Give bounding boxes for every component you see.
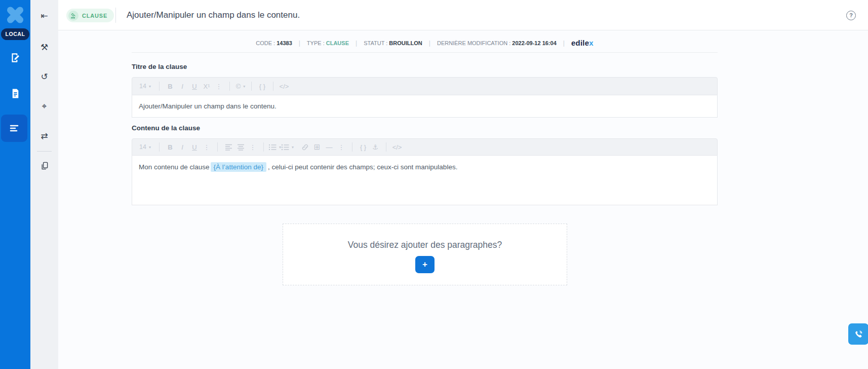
sidebar-divider — [37, 151, 52, 152]
chevron-down-icon: ▾ — [149, 84, 151, 89]
ordered-list-select[interactable]: ▾ — [268, 144, 281, 151]
history-icon[interactable]: ↺ — [30, 69, 58, 84]
meta-code-label: CODE : — [256, 40, 275, 46]
edit-document-icon — [10, 52, 21, 63]
more-formatting-icon[interactable]: ⋮ — [201, 143, 213, 151]
help-icon[interactable]: ? — [846, 11, 856, 20]
add-paragraphs-panel: Vous désirez ajouter des paragraphes? + — [283, 224, 567, 285]
stamp-icon — [68, 11, 78, 21]
document-icon — [10, 88, 21, 99]
meta-type-label: TYPE : — [307, 40, 325, 46]
sidebar-item-redaction[interactable] — [0, 48, 30, 68]
clause-type-badge: CLAUSE — [66, 9, 114, 22]
add-paragraphs-question: Vous désirez ajouter des paragraphes? — [283, 240, 567, 250]
anchor-button[interactable]: ⚓ — [369, 143, 381, 151]
content-editor[interactable]: Mon contenu de clause{À l’attention de},… — [132, 156, 718, 205]
source-code-button[interactable]: </> — [278, 83, 290, 90]
content-section-label: Contenu de la clause — [132, 124, 200, 132]
meta-separator: | — [563, 40, 565, 47]
meta-status-value: BROUILLON — [389, 40, 422, 46]
phone-icon — [854, 329, 863, 339]
meta-divider — [132, 52, 718, 53]
meta-type-value: CLAUSE — [326, 40, 349, 46]
collapse-sidebar-icon[interactable]: ⇤ — [30, 8, 58, 23]
title-editor-toolbar: 14▾ B I U X¹ ⋮ ©▾ { } </> — [132, 77, 718, 95]
meta-separator: | — [356, 40, 357, 47]
table-button[interactable]: ⊞ — [311, 142, 323, 152]
copy-icon[interactable] — [30, 158, 58, 173]
chevron-down-icon: ▾ — [149, 145, 151, 150]
primary-sidebar: LOCAL — [0, 0, 30, 369]
chevron-down-icon: ▾ — [292, 145, 294, 150]
underline-button[interactable]: U — [188, 143, 201, 151]
italic-button[interactable]: I — [176, 83, 188, 90]
secondary-sidebar: ⇤ ⚒ ↺ ⌖ ⇄ — [30, 0, 58, 369]
chevron-down-icon: ▾ — [243, 84, 245, 89]
title-input[interactable]: Ajouter/Manipuler un champ dans le conte… — [132, 95, 718, 118]
align-center-button[interactable] — [234, 144, 247, 151]
content-text-after: , celui-ci peut contenir des champs; ceu… — [268, 163, 457, 171]
link-button[interactable] — [299, 143, 311, 151]
font-size-select[interactable]: 14▾ — [139, 143, 154, 151]
clause-badge-label: CLAUSE — [82, 13, 107, 19]
repeat-icon[interactable]: ⇄ — [30, 128, 58, 143]
meta-code-value: 14383 — [277, 40, 292, 46]
underline-button[interactable]: U — [188, 83, 201, 90]
more-insert-icon[interactable]: ⋮ — [335, 143, 347, 151]
font-size-select[interactable]: 14▾ — [139, 83, 154, 90]
clause-list-icon — [9, 123, 19, 133]
insert-field-button[interactable]: { } — [357, 143, 369, 151]
meta-separator: | — [429, 40, 430, 47]
header-divider — [115, 8, 116, 23]
meta-modified-label: DERNIÈRE MODIFICATION : — [437, 40, 510, 46]
phone-support-button[interactable] — [847, 322, 868, 346]
meta-separator: | — [299, 40, 300, 47]
meta-status-label: STATUT : — [364, 40, 387, 46]
insert-field-button[interactable]: { } — [256, 83, 268, 90]
more-formatting-icon[interactable]: ⋮ — [213, 83, 225, 90]
title-section-label: Titre de la clause — [132, 63, 187, 70]
superscript-button[interactable]: X¹ — [201, 83, 213, 90]
italic-button[interactable]: I — [176, 143, 188, 151]
clause-meta-bar: CODE : 14383 | TYPE : CLAUSE | STATUT : … — [132, 39, 718, 47]
special-character-select[interactable]: ©▾ — [234, 83, 247, 90]
content-text-before: Mon contenu de clause — [139, 163, 210, 171]
target-icon[interactable]: ⌖ — [30, 99, 58, 114]
horizontal-rule-button[interactable]: — — [323, 143, 335, 151]
content-editor-toolbar: 14▾ B I U ⋮ ⋮ ▾ ▾ ⊞ — ⋮ { } ⚓ — [132, 138, 718, 156]
tools-icon[interactable]: ⚒ — [30, 40, 58, 55]
meta-modified-value: 2022-09-12 16:04 — [512, 40, 556, 46]
add-paragraph-button[interactable]: + — [415, 256, 435, 273]
unordered-list-select[interactable]: ▾ — [281, 144, 294, 151]
sidebar-item-clauses[interactable] — [1, 115, 27, 142]
bold-button[interactable]: B — [164, 83, 176, 90]
align-left-button[interactable] — [222, 144, 234, 151]
bold-button[interactable]: B — [164, 143, 176, 151]
page-title: Ajouter/Manipuler un champ dans le conte… — [127, 0, 300, 30]
source-code-button[interactable]: </> — [391, 143, 403, 151]
merge-field-chip[interactable]: {À l’attention de} — [211, 162, 266, 172]
app-logo-icon[interactable] — [7, 6, 24, 24]
more-align-icon[interactable]: ⋮ — [247, 143, 259, 151]
sidebar-item-documents[interactable] — [0, 83, 30, 103]
main-content: CODE : 14383 | TYPE : CLAUSE | STATUT : … — [58, 30, 868, 369]
edilex-logo: edilex — [571, 39, 594, 47]
environment-badge: LOCAL — [1, 28, 29, 40]
page-header: CLAUSE Ajouter/Manipuler un champ dans l… — [58, 0, 868, 30]
